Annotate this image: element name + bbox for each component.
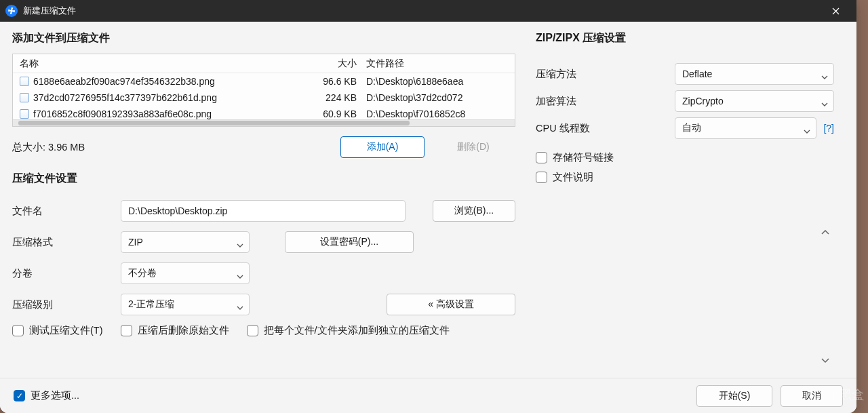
close-icon bbox=[832, 7, 840, 15]
advanced-settings-label: « 高级设置 bbox=[428, 298, 474, 311]
split-label: 分卷 bbox=[12, 267, 107, 280]
horizontal-scrollbar[interactable] bbox=[13, 119, 515, 126]
file-icon bbox=[20, 109, 29, 119]
format-value: ZIP bbox=[128, 237, 143, 248]
file-name: 37d2cd07276955f14c377397b622b61d.png bbox=[33, 92, 217, 103]
separate-archives-checkbox[interactable]: 把每个文件/文件夹添加到独立的压缩文件 bbox=[247, 324, 450, 337]
file-size: 60.9 KB bbox=[311, 109, 363, 119]
cpu-threads-select[interactable]: 自动 bbox=[675, 117, 816, 139]
level-select[interactable]: 2-正常压缩 bbox=[121, 294, 250, 315]
col-header-path[interactable]: 文件路径 bbox=[363, 58, 512, 70]
chevron-down-icon bbox=[237, 270, 243, 277]
cpu-threads-label: CPU 线程数 bbox=[536, 122, 675, 135]
checkbox-icon bbox=[12, 325, 24, 336]
start-button[interactable]: 开始(S) bbox=[696, 385, 772, 407]
cpu-threads-value: 自动 bbox=[682, 122, 701, 134]
split-value: 不分卷 bbox=[128, 267, 157, 279]
file-row[interactable]: 37d2cd07276955f14c377397b622b61d.png 224… bbox=[13, 90, 515, 106]
format-select[interactable]: ZIP bbox=[121, 231, 250, 253]
encryption-select[interactable]: ZipCrypto bbox=[675, 90, 834, 112]
chevron-down-icon bbox=[821, 358, 829, 363]
checkbox-icon bbox=[536, 172, 547, 183]
close-button[interactable] bbox=[820, 0, 851, 22]
dialog-window: 新建压缩文件 添加文件到压缩文件 名称 大小 文件路径 6188e6aeab2f… bbox=[0, 0, 856, 413]
file-list: 名称 大小 文件路径 6188e6aeab2f090ac974ef3546322… bbox=[12, 54, 515, 127]
encryption-label: 加密算法 bbox=[536, 95, 675, 108]
file-comment-label: 文件说明 bbox=[553, 171, 593, 184]
encryption-value: ZipCrypto bbox=[682, 96, 724, 106]
file-size: 224 KB bbox=[311, 92, 363, 103]
chevron-down-icon bbox=[237, 301, 243, 308]
dialog-body: 添加文件到压缩文件 名称 大小 文件路径 6188e6aeab2f090ac97… bbox=[0, 22, 856, 413]
level-label: 压缩级别 bbox=[12, 298, 107, 311]
col-header-size[interactable]: 大小 bbox=[311, 58, 363, 70]
set-password-button[interactable]: 设置密码(P)... bbox=[285, 231, 414, 253]
checkbox-checked-icon bbox=[14, 390, 25, 401]
test-archive-label: 测试压缩文件(T) bbox=[29, 324, 103, 337]
advanced-settings-button[interactable]: « 高级设置 bbox=[387, 294, 515, 315]
filename-input[interactable]: D:\Desktop\Desktop.zip bbox=[121, 200, 406, 222]
file-icon bbox=[20, 77, 29, 86]
file-comment-checkbox[interactable]: 文件说明 bbox=[536, 171, 834, 184]
archive-settings-title: 压缩文件设置 bbox=[12, 172, 515, 186]
scroll-up-button[interactable] bbox=[816, 225, 834, 240]
file-name: 6188e6aeab2f090ac974ef3546322b38.png bbox=[33, 76, 215, 87]
add-button[interactable]: 添加(A) bbox=[340, 136, 425, 158]
compression-method-label: 压缩方法 bbox=[536, 68, 675, 81]
delete-button[interactable]: 删除(D) bbox=[431, 136, 515, 158]
left-column: 添加文件到压缩文件 名称 大小 文件路径 6188e6aeab2f090ac97… bbox=[12, 31, 515, 378]
store-symlinks-label: 存储符号链接 bbox=[553, 151, 614, 164]
scroll-down-button[interactable] bbox=[816, 353, 834, 368]
app-icon bbox=[5, 5, 18, 17]
file-row[interactable]: f7016852c8f0908192393a883af6e08c.png 60.… bbox=[13, 106, 515, 119]
compression-method-value: Deflate bbox=[682, 68, 712, 79]
level-value: 2-正常压缩 bbox=[128, 298, 174, 311]
compression-method-select[interactable]: Deflate bbox=[675, 63, 834, 85]
chevron-down-icon bbox=[821, 98, 828, 104]
titlebar[interactable]: 新建压缩文件 bbox=[0, 0, 856, 22]
delete-after-label: 压缩后删除原始文件 bbox=[138, 324, 229, 337]
delete-after-checkbox[interactable]: 压缩后删除原始文件 bbox=[121, 324, 229, 337]
add-files-title: 添加文件到压缩文件 bbox=[12, 31, 515, 45]
total-size-label: 总大小: 3.96 MB bbox=[12, 141, 209, 154]
right-column: ZIP/ZIPX 压缩设置 压缩方法 Deflate 加密算法 ZipCrypt… bbox=[536, 31, 834, 378]
file-path: D:\Desktop\37d2cd072 bbox=[363, 92, 512, 103]
help-link[interactable]: [?] bbox=[823, 123, 834, 134]
footer: 更多选项... 开始(S) 取消 bbox=[0, 378, 856, 413]
checkbox-icon bbox=[247, 325, 258, 336]
chevron-up-icon bbox=[821, 230, 829, 235]
separate-archives-label: 把每个文件/文件夹添加到独立的压缩文件 bbox=[264, 324, 450, 337]
file-name: f7016852c8f0908192393a883af6e08c.png bbox=[33, 109, 212, 119]
cancel-button[interactable]: 取消 bbox=[781, 385, 843, 407]
chevron-down-icon bbox=[804, 125, 810, 132]
file-row[interactable]: 6188e6aeab2f090ac974ef3546322b38.png 96.… bbox=[13, 73, 515, 90]
store-symlinks-checkbox[interactable]: 存储符号链接 bbox=[536, 151, 834, 164]
filename-label: 文件名 bbox=[12, 205, 107, 218]
split-select[interactable]: 不分卷 bbox=[121, 262, 250, 284]
chevron-down-icon bbox=[821, 71, 828, 77]
col-header-name[interactable]: 名称 bbox=[16, 58, 311, 70]
zip-settings-title: ZIP/ZIPX 压缩设置 bbox=[536, 31, 834, 45]
file-path: D:\Desktop\f7016852c8 bbox=[363, 109, 512, 119]
window-title: 新建压缩文件 bbox=[23, 5, 820, 17]
file-list-header: 名称 大小 文件路径 bbox=[13, 54, 515, 73]
checkbox-icon bbox=[536, 152, 547, 163]
more-options-checkbox[interactable]: 更多选项... bbox=[14, 389, 79, 402]
browse-button[interactable]: 浏览(B)... bbox=[433, 200, 515, 222]
test-archive-checkbox[interactable]: 测试压缩文件(T) bbox=[12, 324, 103, 337]
file-icon bbox=[20, 93, 29, 102]
format-label: 压缩格式 bbox=[12, 236, 107, 249]
more-options-label: 更多选项... bbox=[31, 389, 79, 402]
file-size: 96.6 KB bbox=[311, 76, 363, 87]
chevron-down-icon bbox=[237, 239, 243, 245]
checkbox-icon bbox=[121, 325, 132, 336]
file-path: D:\Desktop\6188e6aea bbox=[363, 76, 512, 87]
